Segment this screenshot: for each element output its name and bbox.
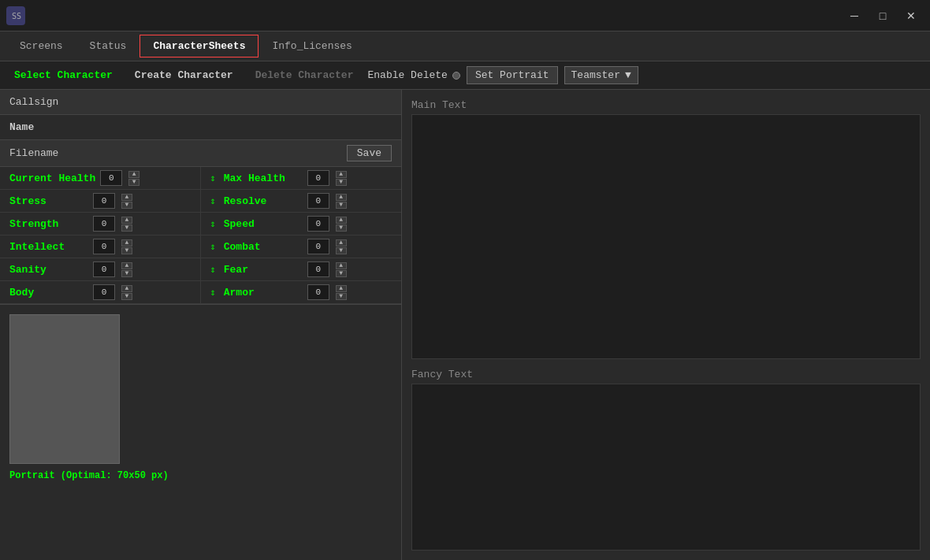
resolve-up[interactable]: ▲: [336, 194, 347, 201]
intellect-spinner: ▲ ▼: [121, 239, 132, 254]
stress-up[interactable]: ▲: [121, 194, 132, 201]
strength-up[interactable]: ▲: [121, 217, 132, 224]
intellect-label: Intellect: [9, 241, 88, 253]
stat-row-current-health: Current Health 0 ▲ ▼: [0, 167, 201, 190]
resolve-input[interactable]: 0: [307, 193, 329, 209]
speed-arrow-icon: ⇕: [210, 218, 216, 230]
stat-row-armor: ⇕ Armor 0 ▲ ▼: [201, 281, 402, 304]
current-health-down[interactable]: ▼: [128, 179, 140, 186]
minimize-button[interactable]: ─: [842, 6, 867, 26]
strength-spinner: ▲ ▼: [121, 217, 132, 232]
armor-input[interactable]: 0: [307, 284, 329, 300]
main-text-section: Main Text: [411, 99, 921, 359]
name-row: Name: [0, 115, 401, 140]
stat-row-sanity: Sanity 0 ▲ ▼: [0, 258, 201, 281]
stress-down[interactable]: ▼: [121, 202, 132, 209]
combat-input[interactable]: 0: [307, 239, 329, 254]
speed-up[interactable]: ▲: [336, 217, 347, 224]
intellect-down[interactable]: ▼: [121, 247, 132, 254]
close-button[interactable]: ✕: [898, 6, 924, 26]
filename-label: Filename: [9, 147, 58, 159]
fear-up[interactable]: ▲: [336, 262, 347, 269]
enable-delete-container: Enable Delete: [367, 69, 459, 81]
armor-arrow-icon: ⇕: [210, 287, 216, 299]
combat-down[interactable]: ▼: [336, 247, 347, 254]
body-down[interactable]: ▼: [121, 293, 132, 300]
intellect-input[interactable]: 0: [93, 239, 115, 254]
combat-up[interactable]: ▲: [336, 239, 347, 247]
stress-spinner: ▲ ▼: [121, 194, 132, 209]
chevron-down-icon: ▼: [625, 69, 631, 81]
stat-row-max-health: ⇕ Max Health 0 ▲ ▼: [201, 167, 402, 190]
sanity-up[interactable]: ▲: [121, 262, 132, 269]
max-health-arrow-icon: ⇕: [210, 172, 216, 184]
stat-row-intellect: Intellect 0 ▲ ▼: [0, 235, 201, 258]
fancy-text-section: Fancy Text: [411, 369, 921, 551]
select-character-button[interactable]: Select Character: [6, 66, 121, 84]
armor-label: Armor: [224, 287, 303, 299]
fear-down[interactable]: ▼: [336, 270, 347, 277]
sanity-label: Sanity: [9, 264, 88, 276]
enable-delete-label: Enable Delete: [367, 69, 447, 81]
resolve-down[interactable]: ▼: [336, 202, 347, 209]
name-label: Name: [9, 121, 34, 133]
enable-delete-toggle[interactable]: [452, 72, 460, 80]
current-health-up[interactable]: ▲: [128, 171, 140, 178]
max-health-label: Max Health: [224, 172, 303, 184]
fancy-text-area[interactable]: [411, 384, 921, 551]
resolve-arrow-icon: ⇕: [210, 195, 216, 207]
intellect-up[interactable]: ▲: [121, 239, 132, 247]
max-health-up[interactable]: ▲: [336, 171, 347, 178]
maximize-button[interactable]: □: [870, 6, 895, 26]
tab-screens[interactable]: Screens: [6, 35, 76, 57]
fear-input[interactable]: 0: [307, 261, 329, 277]
speed-down[interactable]: ▼: [336, 224, 347, 232]
callsign-row: Callsign: [0, 90, 401, 115]
teamster-dropdown[interactable]: Teamster ▼: [564, 66, 638, 84]
combat-arrow-icon: ⇕: [210, 241, 216, 253]
portrait-box[interactable]: [9, 314, 120, 464]
strength-down[interactable]: ▼: [121, 224, 132, 232]
armor-up[interactable]: ▲: [336, 285, 347, 292]
portrait-label: Portrait (Optimal: 70x50 px): [9, 470, 392, 481]
stat-row-fear: ⇕ Fear 0 ▲ ▼: [201, 258, 402, 281]
body-input[interactable]: 0: [93, 284, 115, 300]
set-portrait-button[interactable]: Set Portrait: [467, 66, 558, 84]
teamster-label: Teamster: [571, 69, 620, 81]
callsign-label: Callsign: [9, 96, 58, 108]
stat-row-body: Body 0 ▲ ▼: [0, 281, 201, 304]
max-health-down[interactable]: ▼: [336, 179, 347, 186]
armor-down[interactable]: ▼: [336, 293, 347, 300]
title-bar: SS ─ □ ✕: [0, 0, 930, 32]
tab-charactersheets[interactable]: CharacterSheets: [140, 35, 259, 57]
save-button[interactable]: Save: [347, 145, 392, 161]
stat-row-strength: Strength 0 ▲ ▼: [0, 213, 201, 235]
app-icon: SS: [6, 6, 25, 25]
speed-input[interactable]: 0: [307, 216, 329, 232]
strength-input[interactable]: 0: [93, 216, 115, 232]
current-health-input[interactable]: 0: [100, 170, 122, 186]
combat-spinner: ▲ ▼: [336, 239, 347, 254]
tab-status[interactable]: Status: [76, 35, 140, 57]
svg-text:SS: SS: [12, 12, 21, 20]
main-text-label: Main Text: [411, 99, 921, 111]
filename-row: Filename Save: [0, 140, 401, 167]
max-health-spinner: ▲ ▼: [336, 171, 347, 186]
main-text-area[interactable]: [411, 114, 921, 359]
body-spinner: ▲ ▼: [121, 285, 132, 300]
body-up[interactable]: ▲: [121, 285, 132, 292]
stats-grid: Current Health 0 ▲ ▼ ⇕ Max Health 0 ▲ ▼ …: [0, 167, 401, 305]
resolve-label: Resolve: [224, 195, 303, 207]
max-health-input[interactable]: 0: [307, 170, 329, 186]
create-character-button[interactable]: Create Character: [127, 66, 241, 84]
left-panel: Callsign Name Filename Save Current Heal…: [0, 90, 402, 560]
fear-spinner: ▲ ▼: [336, 262, 347, 277]
fear-label: Fear: [224, 264, 303, 276]
tab-info-licenses[interactable]: Info_Licenses: [259, 35, 365, 57]
stat-row-resolve: ⇕ Resolve 0 ▲ ▼: [201, 190, 402, 213]
stress-input[interactable]: 0: [93, 193, 115, 209]
stress-label: Stress: [9, 195, 88, 207]
sanity-input[interactable]: 0: [93, 261, 115, 277]
sanity-down[interactable]: ▼: [121, 270, 132, 277]
right-panel: Main Text Fancy Text: [402, 90, 930, 560]
